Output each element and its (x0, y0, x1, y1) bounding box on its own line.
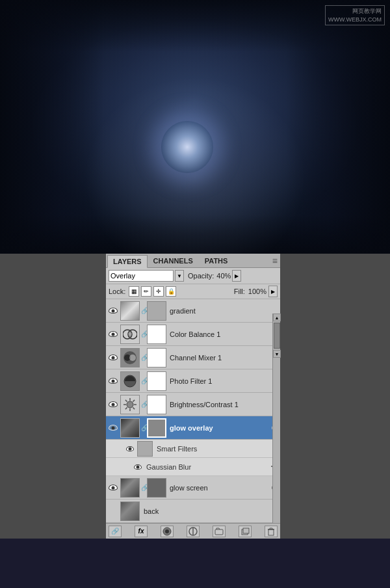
new-layer-button[interactable] (239, 526, 252, 537)
link-button[interactable]: 🔗 (109, 526, 122, 537)
svg-rect-23 (215, 529, 223, 535)
blend-mode-select[interactable]: Overlay (109, 270, 174, 282)
tab-channels[interactable]: CHANNELS (148, 254, 199, 267)
chain-gradient: 🔗 (141, 307, 146, 314)
layer-mask-brightness (147, 395, 166, 414)
layer-thumb-gradient (120, 301, 140, 321)
svg-point-1 (128, 330, 137, 339)
svg-rect-26 (268, 529, 274, 535)
layer-name-glow-overlay: glow overlay (170, 424, 268, 432)
layers-list: 🔗 gradient 🔗 C (106, 299, 280, 523)
chain-channel: 🔗 (141, 354, 146, 361)
svg-rect-25 (243, 528, 249, 533)
svg-line-14 (133, 399, 135, 401)
mask-button[interactable] (161, 526, 174, 537)
layer-eye-gradient[interactable] (107, 305, 119, 317)
chain-balance: 🔗 (141, 330, 146, 338)
layer-name-channel: Channel Mixer 1 (170, 354, 279, 362)
chain-glow-overlay: 🔗 (141, 424, 146, 431)
smart-filters-item: Smart Filters (106, 440, 280, 458)
svg-point-7 (127, 401, 133, 408)
layer-eye-glow-screen[interactable] (107, 482, 119, 494)
layer-color-balance[interactable]: 🔗 Color Balance 1 (106, 323, 280, 346)
layer-name-filter: Photo Filter 1 (170, 377, 279, 385)
layer-mask-gradient (147, 301, 166, 321)
scrollbar-thumb[interactable] (274, 323, 280, 349)
photo-area: 网页教学网 WWW.WEBJX.COM (0, 0, 390, 254)
layer-name-brightness: Brightness/Contrast 1 (170, 401, 279, 408)
layers-panel: LAYERS CHANNELS PATHS ≡ Overlay ▼ Opacit… (106, 254, 280, 539)
lock-all[interactable]: 🔒 (166, 286, 176, 297)
orb-glow (161, 121, 213, 173)
tab-layers[interactable]: LAYERS (107, 255, 148, 268)
layer-mask-balance (147, 325, 166, 344)
svg-line-13 (133, 407, 135, 409)
layer-channel-mixer[interactable]: 🔗 Channel Mixer 1 (106, 346, 280, 369)
fill-value: 100% (248, 287, 266, 295)
scroll-up[interactable]: ▲ (273, 314, 281, 321)
layer-glow-overlay[interactable]: 🔗 glow overlay ⊕ (106, 416, 280, 440)
tab-paths[interactable]: PATHS (199, 254, 234, 267)
layer-thumb-glow-overlay (120, 418, 140, 438)
layer-thumb-background (120, 501, 140, 521)
layer-eye-glow-overlay[interactable] (107, 422, 119, 434)
scrollbar-track[interactable]: ▲ ▼ (272, 314, 280, 523)
layer-gradient[interactable]: 🔗 gradient (106, 299, 280, 323)
tab-bar: LAYERS CHANNELS PATHS ≡ (106, 254, 280, 268)
layer-thumb-glow-screen (120, 478, 140, 498)
svg-line-12 (125, 399, 127, 401)
svg-point-20 (165, 529, 169, 533)
layer-eye-filter[interactable] (107, 375, 119, 387)
layer-eye-balance[interactable] (107, 328, 119, 340)
panel-menu-icon[interactable]: ≡ (272, 256, 278, 266)
layer-mask-channel (147, 348, 166, 368)
lock-label: Lock: (109, 287, 125, 295)
layer-thumb-brightness (120, 395, 140, 414)
adjustment-button[interactable] (187, 526, 200, 537)
group-button[interactable] (213, 526, 226, 537)
smart-filters-label: Smart Filters (157, 445, 197, 453)
lock-move[interactable]: ✛ (153, 286, 164, 297)
scroll-down[interactable]: ▼ (273, 350, 281, 358)
gaussian-blur-item: Gaussian Blur (106, 458, 280, 476)
layer-eye-brightness[interactable] (107, 399, 119, 410)
layer-name-gradient: gradient (170, 307, 279, 315)
opacity-arrow[interactable]: ▶ (232, 270, 241, 282)
opacity-label: Opacity: (188, 272, 214, 280)
svg-point-0 (123, 330, 132, 339)
chain-glow-screen: 🔗 (141, 484, 146, 491)
fill-arrow[interactable]: ▶ (268, 286, 278, 297)
lock-transparency[interactable]: ▦ (129, 286, 139, 297)
layer-mask-glow-overlay (147, 418, 166, 438)
layer-name-balance: Color Balance 1 (170, 330, 279, 338)
layer-thumb-filter (120, 371, 140, 391)
layer-brightness[interactable]: 🔗 Brightness/Contrast 1 (106, 393, 280, 416)
chain-filter: 🔗 (141, 377, 146, 384)
layer-eye-smart-filters[interactable] (124, 443, 136, 455)
bottom-toolbar: 🔗 fx (106, 523, 280, 539)
fill-label: Fill: (234, 287, 245, 295)
watermark: 网页教学网 WWW.WEBJX.COM (325, 5, 385, 25)
delete-layer-button[interactable] (265, 526, 278, 537)
opacity-value: 40% (216, 272, 231, 280)
layer-mask-filter (147, 371, 166, 391)
svg-line-15 (125, 407, 127, 409)
smart-filters-thumb (137, 441, 153, 457)
layer-thumb-balance (120, 325, 140, 344)
chain-brightness: 🔗 (141, 401, 146, 408)
svg-point-5 (129, 354, 136, 361)
layer-background[interactable]: back (106, 500, 280, 523)
layer-glow-screen[interactable]: 🔗 glow screen ⊕ (106, 476, 280, 500)
lock-paint[interactable]: ✏ (141, 286, 151, 297)
lock-bar: Lock: ▦ ✏ ✛ 🔒 Fill: 100% ▶ (106, 284, 280, 299)
layer-eye-channel[interactable] (107, 352, 119, 364)
layer-photo-filter[interactable]: 🔗 Photo Filter 1 (106, 369, 280, 393)
fx-button[interactable]: fx (135, 526, 148, 537)
layer-eye-gaussian[interactable] (132, 461, 144, 473)
blend-mode-arrow[interactable]: ▼ (175, 270, 184, 282)
layer-name-glow-screen: glow screen (170, 484, 268, 492)
gaussian-blur-label: Gaussian Blur (146, 463, 191, 471)
layer-name-background: back (144, 507, 279, 515)
layer-mask-glow-screen (147, 478, 166, 498)
blend-mode-bar: Overlay ▼ Opacity: 40% ▶ (106, 268, 280, 284)
